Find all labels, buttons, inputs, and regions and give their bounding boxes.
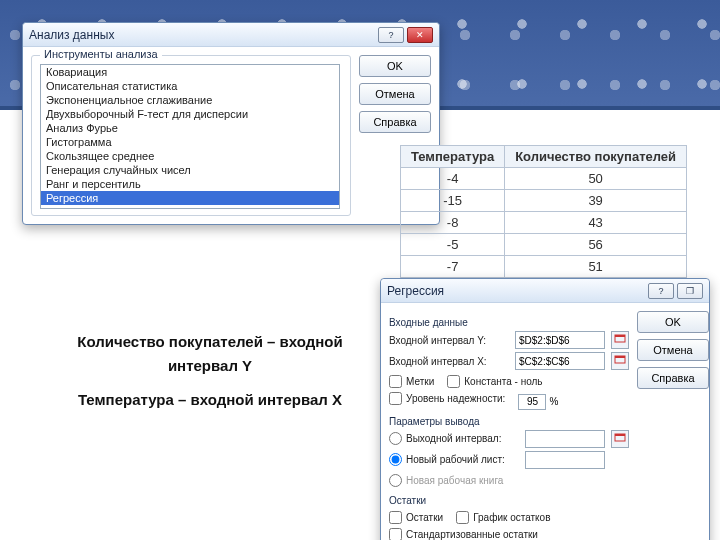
labels-checkbox[interactable] [389,375,402,388]
std-resid-label: Стандартизованные остатки [406,529,538,540]
input-section-label: Входные данные [389,317,629,328]
output-range-radio[interactable] [389,432,402,445]
table-row: -1539 [401,190,687,212]
list-item[interactable]: Ковариация [41,65,339,79]
note-line-y: Количество покупателей – входной интерва… [50,330,370,378]
svg-rect-1 [615,335,625,337]
y-label: Входной интервал Y: [389,335,509,346]
list-item[interactable]: Генерация случайных чисел [41,163,339,177]
resid-plot-label: График остатков [473,512,550,523]
list-item[interactable]: Анализ Фурье [41,121,339,135]
table-header: Количество покупателей [505,146,687,168]
new-book-label: Новая рабочая книга [406,475,503,486]
table-cell: -8 [401,212,505,234]
table-row: -751 [401,256,687,278]
table-row: -843 [401,212,687,234]
output-range-input[interactable] [525,430,605,448]
percent-label: % [550,396,559,407]
svg-rect-3 [615,356,625,358]
new-book-radio[interactable] [389,474,402,487]
cancel-button[interactable]: Отмена [359,83,431,105]
help-button[interactable]: ? [648,283,674,299]
table-cell: -7 [401,256,505,278]
data-table: ТемператураКоличество покупателей -450-1… [400,145,687,278]
list-item[interactable]: Двухвыборочный F-тест для дисперсии [41,107,339,121]
list-item[interactable]: Описательная статистика [41,79,339,93]
list-item[interactable]: Экспоненциальное сглаживание [41,93,339,107]
table-cell: -4 [401,168,505,190]
ref-select-icon[interactable] [611,352,629,370]
confidence-checkbox[interactable] [389,392,402,405]
new-sheet-radio[interactable] [389,453,402,466]
confidence-label: Уровень надежности: [406,393,505,404]
residuals-checkbox[interactable] [389,511,402,524]
output-section-label: Параметры вывода [389,416,629,427]
const-zero-label: Константа - ноль [464,376,542,387]
table-cell: 50 [505,168,687,190]
regression-title: Регрессия [387,284,444,298]
confidence-value-input[interactable] [518,394,546,410]
x-range-input[interactable] [515,352,605,370]
explanation-text: Количество покупателей – входной интерва… [50,330,370,412]
std-resid-checkbox[interactable] [389,528,402,541]
restore-button[interactable]: ❐ [677,283,703,299]
labels-checkbox-label: Метки [406,376,434,387]
tools-group-label: Инструменты анализа [40,48,162,60]
close-button[interactable]: ✕ [407,27,433,43]
table-cell: -5 [401,234,505,256]
output-range-label: Выходной интервал: [406,433,501,444]
tools-listbox[interactable]: КовариацияОписательная статистикаЭкспоне… [40,64,340,209]
cancel-button[interactable]: Отмена [637,339,709,361]
list-item[interactable]: Регрессия [41,191,339,205]
list-item[interactable]: Скользящее среднее [41,149,339,163]
list-item[interactable]: Гистограмма [41,135,339,149]
table-cell: 43 [505,212,687,234]
table-cell: 39 [505,190,687,212]
new-sheet-input[interactable] [525,451,605,469]
regression-dialog: Регрессия ? ❐ Входные данные Входной инт… [380,278,710,540]
help-button[interactable]: Справка [637,367,709,389]
note-line-x: Температура – входной интервал X [50,388,370,412]
help-button[interactable]: Справка [359,111,431,133]
analysis-titlebar: Анализ данных ? ✕ [23,23,439,47]
table-row: -556 [401,234,687,256]
help-button[interactable]: ? [378,27,404,43]
table-cell: 56 [505,234,687,256]
residuals-label: Остатки [406,512,443,523]
table-row: -450 [401,168,687,190]
ref-select-icon[interactable] [611,331,629,349]
analysis-title: Анализ данных [29,28,114,42]
list-item[interactable]: Ранг и персентиль [41,177,339,191]
svg-rect-5 [615,434,625,436]
table-cell: -15 [401,190,505,212]
new-sheet-label: Новый рабочий лист: [406,454,505,465]
regression-titlebar: Регрессия ? ❐ [381,279,709,303]
x-label: Входной интервал X: [389,356,509,367]
ref-select-icon[interactable] [611,430,629,448]
analysis-dialog: Анализ данных ? ✕ Инструменты анализа Ко… [22,22,440,225]
resid-section-label: Остатки [389,495,629,506]
y-range-input[interactable] [515,331,605,349]
table-cell: 51 [505,256,687,278]
const-zero-checkbox[interactable] [447,375,460,388]
ok-button[interactable]: OK [359,55,431,77]
ok-button[interactable]: OK [637,311,709,333]
resid-plot-checkbox[interactable] [456,511,469,524]
table-header: Температура [401,146,505,168]
